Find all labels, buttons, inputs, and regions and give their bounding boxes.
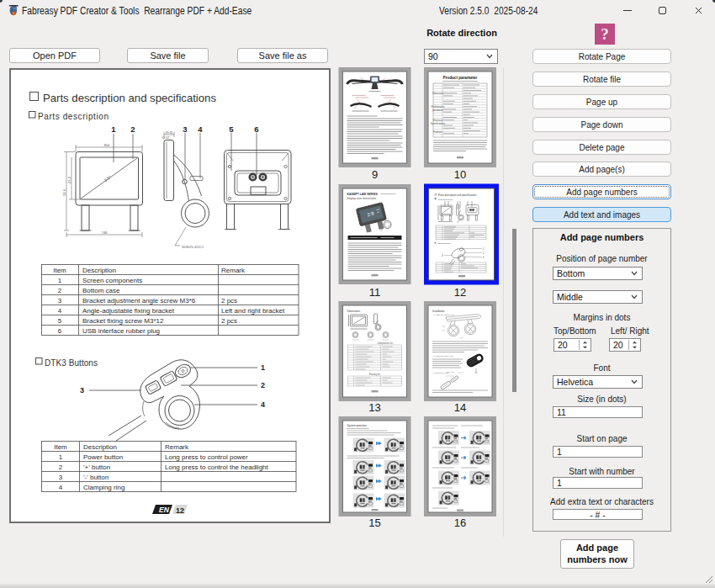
svg-text:Parts description: Parts description: [38, 112, 109, 121]
svg-text:4: 4: [198, 124, 203, 134]
svg-text:4: 4: [58, 307, 62, 315]
svg-text:Left and right bracket: Left and right bracket: [221, 307, 285, 315]
svg-text:748: 748: [102, 230, 108, 235]
svg-text:Item: Item: [54, 443, 67, 451]
svg-text:34.67: 34.67: [162, 136, 170, 140]
svg-text:12: 12: [176, 506, 184, 515]
svg-text:3: 3: [58, 297, 62, 305]
svg-text:SUS/25.4/22.2: SUS/25.4/22.2: [182, 245, 204, 249]
svg-text:2: 2: [58, 287, 62, 294]
svg-text:13: 13: [368, 401, 380, 414]
svg-text:1: 1: [261, 363, 265, 372]
svg-text:Remark: Remark: [165, 443, 189, 451]
svg-text:11: 11: [369, 286, 381, 299]
svg-text:Description: Description: [82, 267, 116, 274]
svg-text:'-' button: '-' button: [83, 474, 109, 481]
svg-text:'+' button: '+' button: [83, 464, 110, 471]
svg-text:3: 3: [59, 474, 63, 481]
svg-text:4: 4: [59, 484, 63, 491]
svg-text:Power button: Power button: [83, 453, 123, 461]
svg-text:DTK3 Buttons: DTK3 Buttons: [45, 358, 98, 368]
svg-text:1: 1: [59, 453, 63, 461]
svg-text:2 pcs: 2 pcs: [221, 317, 237, 325]
svg-text:49.45: 49.45: [166, 131, 173, 135]
svg-text:Long press to control power: Long press to control power: [165, 453, 248, 461]
svg-text:USB interface rubber plug: USB interface rubber plug: [82, 327, 160, 335]
svg-text:Bottom case: Bottom case: [82, 287, 120, 294]
svg-text:58.6: 58.6: [62, 188, 66, 196]
svg-text:16: 16: [454, 516, 466, 529]
svg-text:10: 10: [454, 168, 466, 181]
svg-text:Bracket adjustment angle screw: Bracket adjustment angle screw M3*6: [82, 297, 196, 305]
svg-text:2: 2: [59, 464, 63, 471]
svg-text:EN: EN: [159, 506, 170, 514]
svg-text:3: 3: [80, 386, 84, 395]
svg-text:5: 5: [58, 317, 62, 325]
svg-text:Clamping ring: Clamping ring: [83, 484, 124, 491]
svg-text:Bracket fixing screw M3*12: Bracket fixing screw M3*12: [82, 317, 164, 325]
svg-text:1: 1: [58, 277, 62, 284]
svg-text:Long press to control the head: Long press to control the headlight: [165, 464, 269, 471]
svg-text:12: 12: [454, 286, 466, 299]
svg-text:15: 15: [368, 516, 380, 529]
svg-text:6: 6: [254, 124, 258, 134]
svg-text:2 pcs: 2 pcs: [221, 297, 237, 305]
svg-text:Item: Item: [53, 267, 66, 274]
svg-text:2: 2: [130, 124, 135, 134]
svg-text:5: 5: [229, 124, 234, 134]
svg-text:4: 4: [261, 400, 265, 409]
svg-text:Remark: Remark: [221, 267, 246, 274]
svg-text:Description: Description: [83, 443, 117, 451]
svg-text:Angle-adjustable fixing bracke: Angle-adjustable fixing bracket: [82, 307, 175, 315]
svg-text:14: 14: [454, 401, 466, 414]
svg-text:9: 9: [372, 168, 378, 181]
svg-text:3: 3: [183, 124, 187, 134]
svg-text:6: 6: [58, 327, 62, 335]
svg-text:43.2: 43.2: [67, 176, 72, 183]
svg-text:2: 2: [261, 381, 265, 389]
svg-text:Parts description and specific: Parts description and specifications: [43, 92, 216, 104]
svg-text:Screen components: Screen components: [82, 277, 142, 284]
svg-text:3.5": 3.5": [103, 174, 113, 183]
svg-text:1: 1: [111, 124, 116, 134]
svg-text:854: 854: [104, 143, 110, 147]
